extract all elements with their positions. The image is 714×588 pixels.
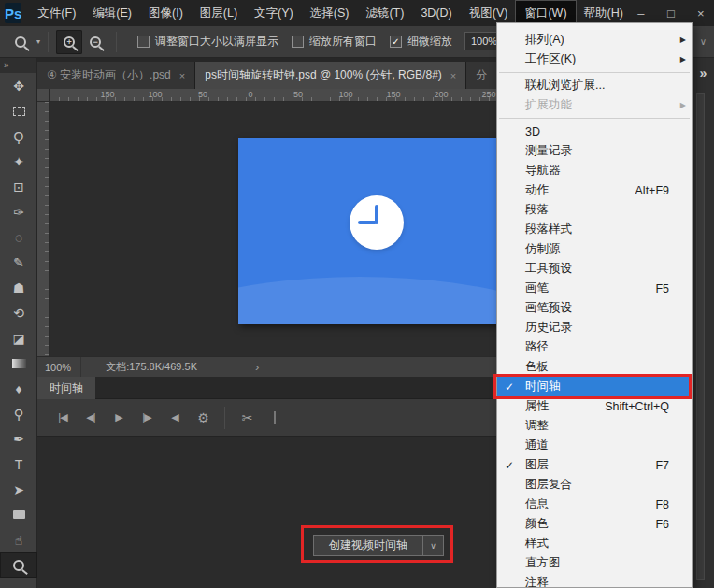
menu-item-styles[interactable]: 样式 <box>497 534 692 553</box>
menu-edit[interactable]: 编辑(E) <box>84 1 140 26</box>
menu-file[interactable]: 文件(F) <box>29 1 84 26</box>
marquee-tool-icon[interactable] <box>0 98 37 123</box>
resize-windows-checkbox[interactable] <box>137 36 150 48</box>
zoom-out-button[interactable]: − <box>82 30 108 54</box>
zoom-in-button[interactable]: + <box>56 30 82 54</box>
menu-item-swatches[interactable]: 色板 <box>497 357 692 377</box>
blur-tool-icon[interactable]: ♦ <box>0 376 37 401</box>
vertical-ruler <box>37 102 50 356</box>
status-options-chevron-icon[interactable]: › <box>255 360 259 374</box>
previous-frame-button[interactable]: ◀| <box>77 411 105 423</box>
dock-chevron-icon[interactable]: ∨ <box>693 26 714 58</box>
hand-tool-icon[interactable]: ☝ <box>0 527 37 552</box>
menu-item-notes[interactable]: 注释 <box>497 573 692 588</box>
brush-tool-icon[interactable]: ✎ <box>0 250 37 275</box>
magnifier-icon <box>13 560 24 571</box>
create-timeline-dropdown-button[interactable]: ∨ <box>423 535 444 556</box>
healing-brush-tool-icon[interactable]: ◌ <box>0 224 37 250</box>
magnifier-icon <box>15 36 26 48</box>
minimize-button[interactable]: – <box>632 5 650 22</box>
menu-item-color[interactable]: 颜色F6 <box>497 514 692 534</box>
menu-filter[interactable]: 滤镜(T) <box>357 1 412 26</box>
menu-item-navigator[interactable]: 导航器 <box>497 161 692 180</box>
type-tool-icon[interactable]: T <box>0 452 37 477</box>
next-frame-button[interactable]: |▶ <box>133 411 161 423</box>
close-button[interactable]: × <box>692 5 710 22</box>
menu-item-history[interactable]: 历史记录 <box>497 318 692 337</box>
scrubby-zoom-checkbox[interactable]: ✓ <box>390 36 402 48</box>
first-frame-button[interactable]: |◀ <box>49 411 77 423</box>
menu-item-timeline[interactable]: ✓时间轴 <box>497 377 692 396</box>
menu-layer[interactable]: 图层(L) <box>192 1 246 26</box>
eyedropper-tool-icon[interactable]: ✑ <box>0 199 37 224</box>
path-selection-tool-icon[interactable]: ➤ <box>0 477 37 502</box>
split-clip-button[interactable]: ✂ <box>233 410 261 425</box>
menu-item-paragraph[interactable]: 段落 <box>497 200 692 220</box>
menu-item-workspace[interactable]: 工作区(K)▶ <box>497 50 692 69</box>
tab-close-icon[interactable]: × <box>450 70 456 81</box>
crop-tool-icon[interactable]: ⊡ <box>0 174 37 199</box>
pen-tool-icon[interactable]: ✒ <box>0 426 37 452</box>
menu-item-measurement-log[interactable]: 测量记录 <box>497 141 692 161</box>
menu-select[interactable]: 选择(S) <box>302 1 358 26</box>
create-video-timeline-button[interactable]: 创建视频时间轴 <box>313 535 423 556</box>
quick-selection-tool-icon[interactable]: ✦ <box>0 149 37 174</box>
menu-item-layers[interactable]: ✓图层F7 <box>497 455 692 475</box>
tab-install-animation[interactable]: ④ 安装时动画（小）.psd × <box>37 62 195 89</box>
shape-rect-icon <box>13 510 25 519</box>
ruler-label: 150 <box>386 90 400 99</box>
gradient-tool-icon[interactable] <box>0 351 37 376</box>
tool-preset-dropdown-icon[interactable]: ▾ <box>36 37 40 46</box>
menu-item-brush-presets[interactable]: 画笔预设 <box>497 298 692 318</box>
history-brush-tool-icon[interactable]: ⟲ <box>0 300 37 325</box>
tab-title: ps时间轴旋转时钟.psd @ 100% (分针, RGB/8#) <box>205 67 442 83</box>
tools-collapse-button[interactable]: » <box>0 58 36 73</box>
menu-item-channels[interactable]: 通道 <box>497 436 692 455</box>
transition-button[interactable] <box>261 412 289 423</box>
menu-item-actions[interactable]: 动作Alt+F9 <box>497 180 692 200</box>
play-button[interactable]: ▶ <box>105 411 133 423</box>
tab-rotating-clock[interactable]: ps时间轴旋转时钟.psd @ 100% (分针, RGB/8#) × <box>195 62 466 89</box>
menu-item-paragraph-styles[interactable]: 段落样式 <box>497 220 692 239</box>
status-zoom-level[interactable]: 100% <box>37 357 81 377</box>
photoshop-window: Ps 文件(F) 编辑(E) 图像(I) 图层(L) 文字(Y) 选择(S) 滤… <box>0 0 714 588</box>
submenu-arrow-icon: ▶ <box>677 55 686 64</box>
menu-item-browse-extensions[interactable]: 联机浏览扩展... <box>497 76 692 95</box>
create-video-timeline-control: 创建视频时间轴 ∨ <box>313 535 444 556</box>
dock-collapsed-panel[interactable] <box>696 93 705 580</box>
dock-expand-button[interactable]: » <box>693 58 714 88</box>
maximize-button[interactable]: □ <box>662 5 680 22</box>
menu-image[interactable]: 图像(I) <box>140 1 192 26</box>
menu-item-properties[interactable]: 属性Shift+Ctrl+Q <box>497 396 692 416</box>
menu-item-info[interactable]: 信息F8 <box>497 495 692 514</box>
menu-item-arrange[interactable]: 排列(A)▶ <box>497 30 692 50</box>
menu-item-3d[interactable]: 3D <box>497 122 692 141</box>
clone-stamp-tool-icon[interactable]: ☗ <box>0 275 37 300</box>
menu-item-tool-presets[interactable]: 工具预设 <box>497 259 692 279</box>
move-tool-icon[interactable]: ✥ <box>0 73 37 98</box>
menu-item-layer-comps[interactable]: 图层复合 <box>497 475 692 495</box>
submenu-arrow-icon: ▶ <box>677 36 686 44</box>
shape-tool-icon[interactable] <box>0 502 37 527</box>
menu-item-paths[interactable]: 路径 <box>497 337 692 357</box>
dodge-tool-icon[interactable]: ⚲ <box>0 401 37 426</box>
zoom-all-windows-checkbox[interactable] <box>292 36 304 48</box>
menu-item-adjustments[interactable]: 调整 <box>497 416 692 436</box>
menu-item-histogram[interactable]: 直方图 <box>497 553 692 573</box>
menu-type[interactable]: 文字(Y) <box>246 1 302 26</box>
zoom-tool-selected-icon[interactable] <box>0 552 37 578</box>
eraser-tool-icon[interactable]: ◪ <box>0 325 37 351</box>
lasso-tool-icon[interactable]: Ϙ <box>0 123 37 149</box>
menu-item-clone-source[interactable]: 仿制源 <box>497 239 692 259</box>
menu-3d[interactable]: 3D(D) <box>412 2 460 24</box>
tab-close-icon[interactable]: × <box>179 70 185 81</box>
menu-item-extensions[interactable]: 扩展功能▶ <box>497 95 692 115</box>
timeline-settings-button[interactable]: ⚙ <box>189 410 217 425</box>
tab-clipped[interactable]: 分 <box>466 62 497 89</box>
marquee-rect-icon <box>13 107 25 116</box>
audio-toggle-button[interactable]: ◀ <box>161 411 189 423</box>
timeline-tab[interactable]: 时间轴 <box>37 377 95 399</box>
menu-item-brush[interactable]: 画笔F5 <box>497 279 692 298</box>
zoom-tool-icon[interactable] <box>7 30 34 54</box>
panel-dock-strip: ∨ » <box>693 26 714 588</box>
